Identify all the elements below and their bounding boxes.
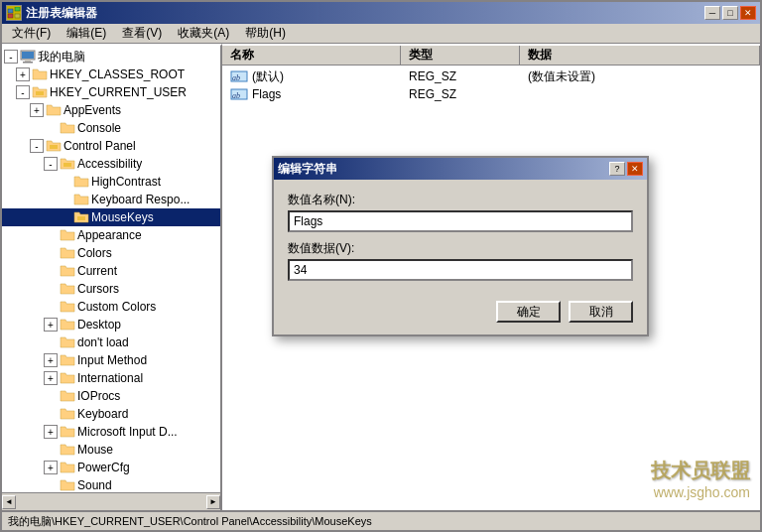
menu-file[interactable]: 文件(F): [6, 23, 57, 44]
tree-toggle-desktop[interactable]: +: [44, 318, 58, 332]
tree-item-highcontrast[interactable]: HighContrast: [2, 173, 220, 191]
tree-label-input-method: Input Method: [77, 353, 147, 367]
tree-toggle-international[interactable]: +: [44, 371, 58, 385]
tree-item-accessibility[interactable]: - Accessibility: [2, 155, 220, 173]
tree-item-ioprocs[interactable]: IOProcs: [2, 387, 220, 405]
tree-item-appearance[interactable]: Appearance: [2, 226, 220, 244]
tree-label-control-panel: Control Panel: [64, 139, 136, 153]
tree-toggle-input-method[interactable]: +: [44, 353, 58, 367]
col-header-type: 类型: [401, 46, 520, 65]
tree-label-mypc: 我的电脑: [38, 49, 85, 66]
menu-favorites[interactable]: 收藏夹(A): [172, 23, 235, 44]
dialog-help-button[interactable]: ?: [609, 162, 625, 176]
folder-icon-appearance: [60, 228, 75, 242]
cancel-button[interactable]: 取消: [569, 301, 633, 323]
tree-item-international[interactable]: + International: [2, 369, 220, 387]
computer-icon: [20, 50, 36, 64]
folder-icon-ioprocs: [60, 389, 75, 403]
tree-item-current-user[interactable]: - HKEY_CURRENT_USER: [2, 83, 220, 101]
tree-toggle-mypc[interactable]: -: [4, 50, 18, 64]
menu-view[interactable]: 查看(V): [116, 23, 168, 44]
menu-help[interactable]: 帮助(H): [239, 23, 292, 44]
tree-bottom-bar: ◄ ►: [2, 492, 220, 510]
tree-label-current: Current: [77, 264, 117, 278]
tree-label-ioprocs: IOProcs: [77, 389, 120, 403]
data-input[interactable]: [288, 259, 633, 281]
ok-button[interactable]: 确定: [496, 301, 561, 323]
edit-string-dialog: 编辑字符串 ? ✕ 数值名称(N): 数值数据(V): 确定: [272, 156, 649, 336]
col-header-data: 数据: [520, 46, 760, 65]
name-field-group: 数值名称(N):: [288, 192, 633, 232]
tree-item-appevents[interactable]: + AppEvents: [2, 101, 220, 119]
tree-item-desktop[interactable]: + Desktop: [2, 316, 220, 333]
tree-label-current-user: HKEY_CURRENT_USER: [50, 85, 187, 99]
svg-rect-11: [77, 216, 85, 220]
folder-icon-classes: [32, 67, 48, 81]
folder-icon-keyboard: [60, 407, 75, 421]
dialog-close-button[interactable]: ✕: [627, 162, 643, 176]
tree-item-classes[interactable]: + HKEY_CLASSES_ROOT: [2, 66, 220, 83]
tree-toggle-control-panel[interactable]: -: [30, 139, 44, 153]
tree-toggle-powercfg[interactable]: +: [44, 461, 58, 474]
folder-icon-appevents: [46, 103, 62, 117]
h-scrollbar-track[interactable]: [16, 495, 206, 509]
menu-edit[interactable]: 编辑(E): [61, 23, 112, 44]
table-row[interactable]: ab (默认) REG_SZ (数值未设置): [222, 67, 760, 85]
col-header-name: 名称: [222, 46, 401, 65]
close-button[interactable]: ✕: [740, 6, 756, 20]
title-bar: 注册表编辑器 ─ □ ✕: [2, 2, 760, 24]
folder-icon-colors: [60, 246, 75, 260]
tree-item-current[interactable]: Current: [2, 262, 220, 280]
tree-label-custom-colors: Custom Colors: [77, 300, 156, 314]
tree-item-mouse[interactable]: Mouse: [2, 441, 220, 459]
tree-item-console[interactable]: Console: [2, 119, 220, 137]
tree-panel: - 我的电脑 +: [2, 44, 222, 510]
reg-sz-icon: ab: [230, 69, 248, 83]
tree-label-cursors: Cursors: [77, 282, 119, 296]
title-bar-left: 注册表编辑器: [6, 5, 97, 22]
tree-item-keyboard-resp[interactable]: Keyboard Respo...: [2, 191, 220, 208]
tree-label-international: International: [77, 371, 143, 385]
tree-item-input-method[interactable]: + Input Method: [2, 351, 220, 369]
tree-item-custom-colors[interactable]: Custom Colors: [2, 298, 220, 316]
tree-label-keyboard: Keyboard: [77, 407, 128, 421]
tree-label-appearance: Appearance: [77, 228, 142, 242]
tree-label-dont-load: don't load: [77, 335, 129, 349]
scroll-right-arrow[interactable]: ►: [206, 495, 220, 509]
tree-toggle-ms-input-d[interactable]: +: [44, 425, 58, 439]
tree-scroll[interactable]: - 我的电脑 +: [2, 46, 220, 492]
tree-item-cursors[interactable]: Cursors: [2, 280, 220, 298]
table-row[interactable]: ab Flags REG_SZ: [222, 85, 760, 103]
name-input[interactable]: [288, 210, 633, 232]
folder-icon-desktop: [60, 318, 75, 332]
title-buttons: ─ □ ✕: [704, 6, 756, 20]
maximize-button[interactable]: □: [722, 6, 738, 20]
tree-item-mypc[interactable]: - 我的电脑: [2, 48, 220, 66]
tree-item-sound[interactable]: Sound: [2, 476, 220, 492]
tree-label-mousekeys: MouseKeys: [91, 210, 154, 224]
tree-toggle-classes[interactable]: +: [16, 67, 30, 81]
folder-icon-mousekeys: [73, 210, 89, 224]
tree-toggle-current-user[interactable]: -: [16, 85, 30, 99]
tree-toggle-appevents[interactable]: +: [30, 103, 44, 117]
status-text: 我的电脑\HKEY_CURRENT_USER\Control Panel\Acc…: [8, 514, 372, 529]
dialog-body: 数值名称(N): 数值数据(V):: [274, 180, 647, 293]
tree-item-keyboard[interactable]: Keyboard: [2, 405, 220, 423]
tree-label-ms-input-d: Microsoft Input D...: [77, 425, 178, 439]
tree-item-colors[interactable]: Colors: [2, 244, 220, 262]
tree-item-dont-load[interactable]: don't load: [2, 333, 220, 351]
tree-item-mousekeys[interactable]: MouseKeys: [2, 208, 220, 226]
window-title: 注册表编辑器: [26, 5, 97, 22]
tree-toggle-accessibility[interactable]: -: [44, 157, 58, 171]
data-label: 数值数据(V):: [288, 240, 633, 257]
tree-item-powercfg[interactable]: + PowerCfg: [2, 459, 220, 476]
tree-item-ms-input-d[interactable]: + Microsoft Input D...: [2, 423, 220, 441]
svg-rect-6: [25, 60, 31, 62]
cell-name-default: ab (默认): [222, 68, 401, 85]
dialog-buttons: 确定 取消: [274, 293, 647, 334]
minimize-button[interactable]: ─: [704, 6, 720, 20]
folder-icon-custom-colors: [60, 300, 75, 314]
svg-rect-1: [15, 7, 20, 11]
scroll-left-arrow[interactable]: ◄: [2, 495, 16, 509]
tree-item-control-panel[interactable]: - Control Panel: [2, 137, 220, 155]
